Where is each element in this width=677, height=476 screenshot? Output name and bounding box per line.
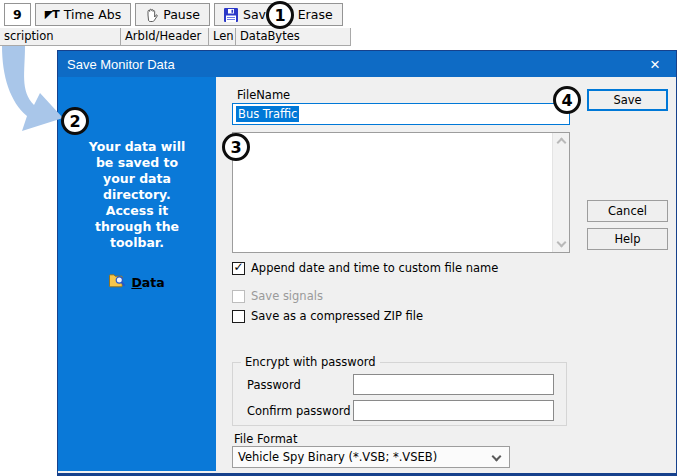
- file-format-label: File Format: [234, 432, 297, 446]
- annotation-circle-2: 2: [61, 107, 89, 135]
- append-datetime-label: Append date and time to custom file name: [251, 261, 498, 275]
- checkbox-unchecked[interactable]: [232, 310, 245, 323]
- cancel-button-label: Cancel: [608, 204, 647, 218]
- help-button[interactable]: Help: [587, 228, 668, 250]
- file-format-selected: Vehicle Spy Binary (*.VSB; *.VSEB): [238, 450, 437, 464]
- erase-button[interactable]: Erase: [288, 3, 343, 26]
- hand-icon: [145, 8, 158, 22]
- annotation-circle-3: 3: [222, 133, 250, 161]
- buffer-count-button[interactable]: 9: [4, 3, 31, 26]
- annotation-number: 1: [274, 6, 285, 25]
- scroll-down-icon[interactable]: [557, 238, 567, 248]
- checkbox-checked[interactable]: ✓: [232, 262, 245, 275]
- dialog-sidebar: Your data will be saved to your data dir…: [58, 77, 216, 471]
- column-header-databytes[interactable]: DataBytes: [236, 28, 351, 45]
- save-button[interactable]: Save: [587, 89, 668, 111]
- data-link-accelerator: D: [131, 275, 141, 290]
- annotation-number: 2: [69, 112, 80, 131]
- time-abs-label: Time Abs: [64, 7, 122, 22]
- chevron-down-icon: [492, 452, 502, 462]
- confirm-password-field[interactable]: [353, 400, 554, 421]
- close-icon[interactable]: ×: [634, 51, 676, 77]
- save-button-label: Save: [613, 93, 641, 107]
- save-signals-label: Save signals: [251, 289, 323, 303]
- floppy-icon: [224, 8, 238, 22]
- data-folder-search-icon: [109, 274, 126, 291]
- messages-grid-header: scription ArbId/Header Len DataBytes: [0, 28, 351, 46]
- column-header-len[interactable]: Len: [209, 28, 236, 45]
- scroll-up-icon[interactable]: [557, 138, 567, 148]
- password-field[interactable]: [353, 374, 554, 395]
- annotation-circle-1: 1: [266, 1, 294, 29]
- save-signals-checkbox-row: Save signals: [232, 288, 323, 304]
- data-link-label: Data: [131, 275, 164, 290]
- annotation-number: 3: [230, 138, 241, 157]
- sidebar-message: Your data will be saved to your data dir…: [72, 139, 202, 251]
- column-header-description[interactable]: scription: [0, 28, 121, 45]
- annotation-arrow: [0, 46, 66, 138]
- encrypt-group-title: Encrypt with password: [241, 355, 380, 369]
- check-icon: ✓: [233, 261, 243, 273]
- filename-label: FileName: [237, 88, 290, 102]
- pause-button[interactable]: Pause: [135, 3, 210, 26]
- save-monitor-data-dialog: Save Monitor Data × Your data will be sa…: [57, 50, 677, 476]
- vertical-scrollbar[interactable]: [552, 133, 569, 252]
- data-directory-link[interactable]: Data: [109, 274, 164, 291]
- comment-textarea[interactable]: [232, 132, 570, 253]
- checkbox-disabled: [232, 290, 245, 303]
- time-abs-button[interactable]: ◤T Time Abs: [35, 3, 132, 26]
- save-zip-label: Save as a compressed ZIP file: [251, 309, 423, 323]
- append-datetime-checkbox-row[interactable]: ✓ Append date and time to custom file na…: [232, 260, 498, 276]
- confirm-password-label: Confirm password: [247, 404, 353, 418]
- data-link-rest: ata: [142, 275, 165, 290]
- erase-label: Erase: [298, 7, 333, 22]
- save-zip-checkbox-row[interactable]: Save as a compressed ZIP file: [232, 308, 423, 324]
- password-label: Password: [247, 378, 353, 392]
- encrypt-group: Encrypt with password Password Confirm p…: [232, 362, 567, 426]
- filename-input[interactable]: Bus Traffic: [232, 103, 570, 125]
- annotation-number: 4: [561, 91, 572, 110]
- filename-selected-text: Bus Traffic: [236, 106, 299, 122]
- dialog-title: Save Monitor Data: [67, 57, 175, 72]
- dialog-titlebar: Save Monitor Data ×: [58, 51, 676, 77]
- help-button-label: Help: [614, 232, 640, 246]
- delta-t-icon: ◤T: [45, 8, 59, 21]
- buffer-count-label: 9: [13, 7, 22, 22]
- annotation-circle-4: 4: [553, 86, 581, 114]
- file-format-dropdown[interactable]: Vehicle Spy Binary (*.VSB; *.VSEB): [232, 446, 510, 468]
- cancel-button[interactable]: Cancel: [587, 200, 668, 222]
- column-header-arbid[interactable]: ArbId/Header: [121, 28, 209, 45]
- pause-label: Pause: [163, 7, 200, 22]
- dialog-main-panel: FileName Bus Traffic ✓ Append date and t…: [216, 77, 676, 471]
